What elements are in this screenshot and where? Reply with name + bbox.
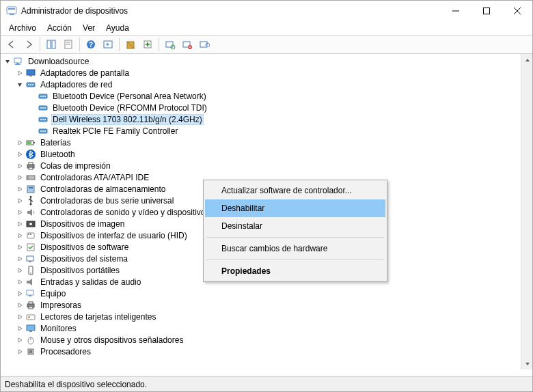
vertical-scrollbar[interactable] — [521, 54, 532, 369]
disable-button[interactable] — [179, 36, 195, 53]
tree-node-label: Dispositivos portátiles — [39, 266, 121, 275]
help-button[interactable]: ? — [83, 36, 99, 53]
expander-icon[interactable] — [16, 185, 24, 193]
tree-node[interactable]: Equipo — [1, 288, 521, 299]
menu-archivo[interactable]: Archivo — [3, 22, 42, 34]
svg-rect-77 — [29, 307, 33, 309]
tree-node[interactable]: Bluetooth Device (RFCOMM Protocol TDI) — [1, 102, 521, 113]
computer-icon — [25, 288, 36, 299]
tree-node-label: Realtek PCIe FE Family Controller — [51, 126, 179, 136]
expander-icon[interactable] — [16, 348, 24, 356]
svg-point-39 — [42, 107, 44, 109]
scroll-down-arrow[interactable] — [521, 358, 532, 369]
scroll-up-arrow[interactable] — [521, 54, 532, 66]
expander-icon[interactable] — [16, 173, 24, 182]
svg-rect-25 — [16, 63, 19, 64]
tree-node-label: Dispositivos de interfaz de usuario (HID… — [39, 231, 189, 240]
context-menu-item[interactable]: Deshabilitar — [205, 199, 385, 217]
action-button[interactable] — [100, 36, 116, 53]
expander-icon[interactable] — [16, 324, 24, 333]
network-icon — [38, 126, 49, 137]
expander-icon[interactable] — [16, 290, 24, 298]
tree-node[interactable]: Colas de impresión — [1, 160, 521, 171]
toolbar-separator — [79, 38, 80, 51]
svg-point-47 — [42, 130, 44, 132]
expander-icon[interactable] — [3, 57, 12, 66]
svg-point-60 — [30, 203, 32, 205]
statusbar: Deshabilita el dispositivo seleccionado. — [1, 376, 532, 391]
network-icon — [25, 79, 36, 90]
refresh-button[interactable] — [196, 36, 213, 53]
portable-icon — [25, 265, 36, 276]
svg-point-44 — [44, 119, 46, 120]
update-button[interactable] — [139, 36, 156, 53]
menu-ver[interactable]: Ver — [77, 22, 100, 34]
tree-node[interactable]: Impresoras — [1, 299, 521, 311]
back-button[interactable] — [3, 36, 20, 53]
expander-icon[interactable] — [16, 139, 24, 147]
svg-point-40 — [44, 107, 46, 109]
menu-accion[interactable]: Acción — [42, 22, 77, 34]
printer-icon — [25, 300, 36, 311]
usb-icon — [25, 195, 36, 206]
expander-icon[interactable] — [16, 336, 24, 344]
context-menu-item[interactable]: Propiedades — [205, 262, 385, 280]
expander-icon[interactable] — [16, 266, 24, 275]
tree-node[interactable]: Adaptadores de pantalla — [1, 67, 521, 79]
monitor-icon — [25, 323, 36, 334]
scan-hardware-button[interactable] — [162, 36, 178, 53]
close-button[interactable] — [502, 1, 532, 21]
network-icon — [38, 91, 49, 102]
expander-icon[interactable] — [16, 220, 24, 228]
context-menu-item[interactable]: Actualizar software de controlador... — [205, 182, 385, 199]
expander-icon[interactable] — [16, 208, 24, 216]
tree-node-label: Bluetooth Device (RFCOMM Protocol TDI) — [51, 103, 208, 113]
tree-node[interactable]: Bluetooth Device (Personal Area Network) — [1, 90, 521, 102]
svg-rect-54 — [29, 163, 33, 165]
expander-icon[interactable] — [16, 197, 24, 205]
svg-point-71 — [30, 272, 31, 274]
svg-rect-69 — [29, 261, 31, 262]
context-menu-item[interactable]: Buscar cambios de hardware — [205, 240, 385, 257]
expander-icon[interactable] — [16, 243, 24, 251]
mouse-icon — [25, 335, 36, 346]
expander-icon[interactable] — [16, 313, 24, 321]
expander-icon[interactable] — [16, 232, 24, 240]
expander-icon[interactable] — [16, 278, 24, 286]
properties-button[interactable] — [60, 36, 77, 53]
tree-node-label: Controladoras ATA/ATAPI IDE — [39, 173, 150, 182]
tree-node-label: Colas de impresión — [39, 161, 112, 171]
tree-node[interactable]: Dell Wireless 1703 802.11b/g/n (2.4GHz) — [1, 113, 521, 125]
titlebar: Administrador de dispositivos — [1, 1, 532, 21]
uninstall-button[interactable] — [122, 36, 139, 53]
expander-icon[interactable] — [16, 69, 24, 77]
tree-node[interactable]: Adaptadores de red — [1, 79, 521, 90]
tree-node[interactable]: Monitores — [1, 322, 521, 334]
expander-icon[interactable] — [16, 81, 24, 89]
tree-node[interactable]: Realtek PCIe FE Family Controller — [1, 125, 521, 137]
svg-rect-61 — [30, 196, 31, 197]
menu-ayuda[interactable]: Ayuda — [100, 22, 135, 34]
tree-root[interactable]: Downloadsource — [1, 55, 521, 67]
bluetooth-icon — [25, 149, 36, 160]
tree-node[interactable]: Lectores de tarjetas inteligentes — [1, 311, 521, 322]
maximize-button[interactable] — [471, 1, 502, 21]
tree-node-label: Dispositivos del sistema — [39, 254, 129, 264]
svg-rect-59 — [29, 187, 33, 188]
forward-button[interactable] — [20, 36, 37, 53]
tree-node[interactable]: Bluetooth — [1, 148, 521, 160]
svg-rect-76 — [29, 302, 33, 304]
expander-icon[interactable] — [16, 255, 24, 263]
expander-icon[interactable] — [16, 162, 24, 170]
scroll-track[interactable] — [521, 66, 532, 358]
expander-icon[interactable] — [16, 150, 24, 158]
tree-node[interactable]: Procesadores — [1, 346, 521, 357]
audio-icon — [25, 207, 36, 218]
context-menu-item[interactable]: Desinstalar — [205, 217, 385, 235]
expander-icon[interactable] — [16, 301, 24, 309]
tree-node[interactable]: Mouse y otros dispositivos señaladores — [1, 334, 521, 346]
minimize-button[interactable] — [440, 1, 471, 21]
svg-rect-58 — [27, 186, 34, 193]
show-hide-button[interactable] — [43, 36, 59, 53]
tree-node[interactable]: Baterías — [1, 137, 521, 148]
